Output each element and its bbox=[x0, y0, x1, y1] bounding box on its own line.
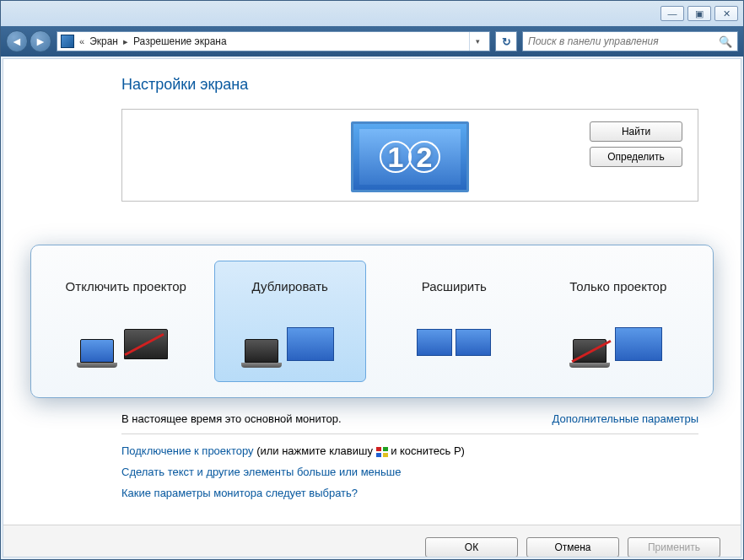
identify-button[interactable]: Определить bbox=[590, 147, 682, 167]
monitor-params-link[interactable]: Какие параметры монитора следует выбрать… bbox=[121, 487, 358, 499]
duplicate-icon bbox=[240, 315, 341, 368]
monitor-number: 1 bbox=[388, 141, 404, 174]
ok-button[interactable]: ОК bbox=[425, 537, 518, 557]
navbar: ◄ ► « Экран ▸ Разрешение экрана ▾ ↻ 🔍 bbox=[1, 26, 743, 57]
option-label: Только проектор bbox=[569, 270, 666, 302]
detect-button[interactable]: Найти bbox=[590, 121, 682, 142]
cancel-button[interactable]: Отмена bbox=[526, 537, 619, 557]
minimize-button[interactable]: — bbox=[660, 6, 684, 21]
maximize-button[interactable]: ▣ bbox=[687, 6, 711, 21]
projector-only-icon bbox=[568, 315, 669, 368]
control-panel-icon bbox=[61, 35, 74, 48]
refresh-button[interactable]: ↻ bbox=[495, 31, 517, 51]
status-row: В настоящее время это основной монитор. … bbox=[121, 412, 698, 434]
breadcrumb-prefix: « bbox=[79, 36, 84, 46]
forward-button[interactable]: ► bbox=[30, 30, 51, 52]
link-row: Подключение к проектору (или нажмите кла… bbox=[121, 444, 698, 457]
windows-key-icon bbox=[376, 447, 388, 457]
option-extend[interactable]: Расширить bbox=[378, 261, 531, 382]
content-area: Настройки экрана 1 2 Найти Определить От… bbox=[3, 58, 741, 557]
connect-projector-link[interactable]: Подключение к проектору bbox=[121, 444, 254, 457]
window: — ▣ ✕ ◄ ► « Экран ▸ Разрешение экрана ▾ … bbox=[0, 0, 744, 560]
display-preview-panel: 1 2 Найти Определить bbox=[121, 109, 698, 202]
monitor-number: 2 bbox=[417, 141, 433, 174]
breadcrumb-item[interactable]: Экран bbox=[89, 35, 118, 47]
text-size-link[interactable]: Сделать текст и другие элементы больше и… bbox=[121, 466, 401, 478]
back-button[interactable]: ◄ bbox=[6, 30, 28, 52]
option-disconnect-projector[interactable]: Отключить проектор bbox=[50, 261, 202, 382]
option-label: Расширить bbox=[422, 270, 487, 302]
search-input[interactable] bbox=[528, 35, 719, 47]
search-box[interactable]: 🔍 bbox=[522, 31, 738, 51]
option-label: Отключить проектор bbox=[66, 270, 186, 302]
display-preview[interactable]: 1 2 bbox=[351, 121, 469, 192]
nav-arrows: ◄ ► bbox=[6, 30, 51, 52]
apply-button[interactable]: Применить bbox=[628, 537, 720, 557]
advanced-settings-link[interactable]: Дополнительные параметры bbox=[552, 412, 698, 425]
address-dropdown[interactable]: ▾ bbox=[469, 32, 486, 51]
page-title: Настройки экрана bbox=[121, 76, 698, 94]
close-button[interactable]: ✕ bbox=[714, 6, 738, 21]
titlebar: — ▣ ✕ bbox=[1, 1, 743, 26]
option-projector-only[interactable]: Только проектор bbox=[542, 261, 695, 382]
option-label: Дублировать bbox=[252, 270, 328, 302]
projection-mode-overlay: Отключить проектор Дублировать Расширить bbox=[30, 245, 714, 398]
dialog-button-bar: ОК Отмена Применить bbox=[3, 525, 741, 557]
chevron-right-icon: ▸ bbox=[123, 36, 128, 47]
disconnect-projector-icon bbox=[75, 315, 176, 368]
primary-monitor-status: В настоящее время это основной монитор. bbox=[121, 412, 342, 425]
breadcrumb-item[interactable]: Разрешение экрана bbox=[133, 35, 227, 47]
extend-icon bbox=[403, 315, 504, 368]
address-bar[interactable]: « Экран ▸ Разрешение экрана ▾ bbox=[57, 31, 490, 51]
search-icon[interactable]: 🔍 bbox=[719, 35, 732, 48]
option-duplicate[interactable]: Дублировать bbox=[214, 261, 367, 382]
